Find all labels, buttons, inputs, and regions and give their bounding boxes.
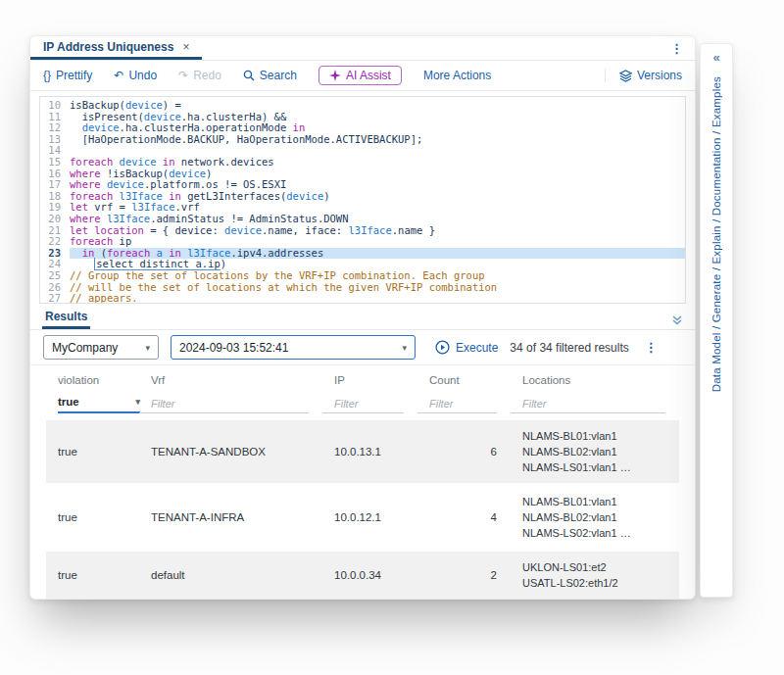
cell-vrf: TENANT-A-INFRA [139, 511, 322, 523]
expand-panel-icon[interactable]: « [712, 44, 719, 67]
line-number: 15 [40, 157, 70, 169]
code-text: let location = { device: device.name, if… [70, 225, 685, 237]
ai-assist-button[interactable]: AI Assist [318, 66, 402, 85]
tab-close-icon[interactable]: × [182, 40, 189, 54]
execute-button[interactable]: Execute [435, 340, 498, 355]
table-header-row: violation Vrf IP Count Locations [46, 369, 679, 391]
undo-icon: ↶ [114, 69, 123, 82]
prettify-button[interactable]: {} Prettify [43, 69, 92, 82]
cell-locations: UKLON-LS01:et2USATL-LS02:eth1/2 [511, 552, 679, 599]
results-bar: Results [30, 308, 695, 330]
cell-count: 2 [417, 569, 511, 581]
cell-violation: true [46, 569, 139, 581]
editor-toolbar: {} Prettify ↶ Undo ↷ Redo Search [30, 61, 695, 91]
line-number: 17 [40, 179, 70, 191]
cell-ip: 10.0.12.1 [322, 511, 417, 523]
cell-violation: true [46, 511, 139, 523]
results-table-body: trueTENANT-A-SANDBOX10.0.13.16NLAMS-BL01… [46, 420, 679, 599]
column-header-locations[interactable]: Locations [511, 374, 679, 386]
assistant-side-panel: « Data Model / Generate / Explain / Docu… [700, 43, 733, 598]
sparkle-icon [329, 70, 341, 81]
side-panel-tab-label[interactable]: Data Model / Generate / Explain / Docume… [710, 76, 722, 392]
table-row[interactable]: trueTENANT-A-INFRA10.0.12.14NLAMS-BL01:v… [46, 486, 679, 552]
tab-bar-kebab-icon[interactable]: ⋮ [659, 36, 695, 60]
versions-button[interactable]: Versions [619, 69, 682, 82]
tab-ip-address-uniqueness[interactable]: IP Address Uniqueness × [30, 36, 202, 60]
line-number: 10 [40, 100, 70, 112]
tab-title: IP Address Uniqueness [43, 40, 173, 54]
cell-ip: 10.0.0.34 [322, 569, 417, 581]
more-actions-button[interactable]: More Actions [423, 69, 491, 82]
location-entry: NLAMS-BL01:vlan1 [522, 494, 673, 509]
code-line[interactable]: 21let location = { device: device.name, … [40, 225, 685, 237]
line-number: 22 [40, 236, 70, 248]
cell-vrf: TENANT-A-SANDBOX [139, 446, 322, 458]
ip-filter-input[interactable]: Filter [322, 392, 404, 413]
code-line[interactable]: 27// appears. [40, 293, 685, 304]
violation-filter-select[interactable]: true ▾ [58, 392, 140, 413]
results-kebab-icon[interactable]: ⋮ [641, 340, 662, 355]
chevron-down-icon: ▾ [402, 343, 407, 353]
table-row[interactable]: truedefault10.0.0.342UKLON-LS01:et2USATL… [46, 552, 679, 599]
cell-locations: NLAMS-BL01:vlan1NLAMS-BL02:vlan1NLAMS-LS… [511, 486, 679, 549]
search-icon [243, 70, 255, 81]
location-entry: NLAMS-BL01:vlan1 [522, 428, 673, 444]
table-filter-row: true ▾ Filter Filter Filter Filter [46, 391, 679, 414]
search-label: Search [260, 69, 297, 82]
query-editor-card: IP Address Uniqueness × ⋮ {} Prettify ↶ … [29, 35, 696, 600]
location-entry: NLAMS-BL02:vlan1 [522, 444, 673, 459]
redo-button[interactable]: ↷ Redo [178, 69, 221, 82]
cell-ip: 10.0.13.1 [322, 446, 417, 458]
column-header-violation[interactable]: violation [46, 374, 139, 386]
prettify-label: Prettify [56, 69, 92, 82]
violation-filter-value: true [58, 396, 79, 408]
column-header-count[interactable]: Count [417, 374, 511, 386]
app-window: IP Address Uniqueness × ⋮ {} Prettify ↶ … [0, 0, 784, 675]
cell-violation: true [46, 446, 139, 458]
tab-bar: IP Address Uniqueness × ⋮ [30, 36, 695, 61]
table-row[interactable]: trueTENANT-A-SANDBOX10.0.13.16NLAMS-BL01… [46, 420, 679, 486]
code-editor[interactable]: 10isBackup(device) =11 isPresent(device.… [39, 96, 686, 304]
location-entry: UKLON-LS01:et2 [522, 559, 673, 575]
column-header-ip[interactable]: IP [322, 374, 417, 386]
column-header-vrf[interactable]: Vrf [139, 374, 322, 386]
play-circle-icon [435, 340, 450, 355]
locations-filter-input[interactable]: Filter [511, 392, 665, 413]
location-entry: NLAMS-BL02:vlan1 [522, 509, 673, 525]
vrf-filter-input[interactable]: Filter [139, 392, 309, 413]
code-lines: 10isBackup(device) =11 isPresent(device.… [40, 100, 685, 304]
versions-layers-icon [619, 70, 632, 82]
cell-locations: NLAMS-BL01:vlan1NLAMS-BL02:vlan1NLAMS-LS… [511, 420, 679, 483]
undo-label: Undo [128, 69, 157, 82]
location-entry: USATL-LS02:eth1/2 [522, 575, 673, 591]
execute-label: Execute [456, 341, 498, 355]
snapshot-select-value: 2024-09-03 15:52:41 [179, 341, 288, 355]
chevron-down-icon: ▾ [145, 343, 150, 353]
tab-results[interactable]: Results [42, 308, 90, 329]
line-number: 27 [40, 293, 70, 304]
code-line[interactable]: 13 [HaOperationMode.BACKUP, HaOperationM… [40, 134, 685, 146]
undo-button[interactable]: ↶ Undo [114, 69, 157, 82]
code-text: // will be the set of locations at which… [70, 282, 685, 294]
search-button[interactable]: Search [243, 69, 297, 82]
cell-vrf: default [139, 569, 322, 581]
code-text: [HaOperationMode.BACKUP, HaOperationMode… [70, 134, 685, 146]
redo-icon: ↷ [178, 69, 188, 82]
network-select-value: MyCompany [52, 341, 118, 355]
filtered-results-count: 34 of 34 filtered results [510, 341, 628, 355]
results-controls: MyCompany ▾ 2024-09-03 15:52:41 ▾ Execut… [30, 330, 695, 365]
versions-label: Versions [637, 69, 682, 82]
collapse-results-icon[interactable] [671, 314, 683, 329]
snapshot-select[interactable]: 2024-09-03 15:52:41 ▾ [171, 335, 416, 360]
cell-count: 4 [417, 511, 511, 523]
count-filter-input[interactable]: Filter [417, 392, 497, 413]
code-text: // appears. [70, 293, 685, 304]
location-entry: NLAMS-LS02:vlan1 … [522, 525, 673, 541]
cell-count: 6 [417, 446, 511, 458]
ai-assist-label: AI Assist [346, 69, 391, 82]
line-number: 20 [40, 214, 70, 225]
more-actions-label: More Actions [423, 69, 491, 82]
location-entry: NLAMS-LS01:vlan1 … [522, 459, 673, 475]
network-select[interactable]: MyCompany ▾ [43, 335, 159, 360]
line-number: 25 [40, 270, 70, 282]
